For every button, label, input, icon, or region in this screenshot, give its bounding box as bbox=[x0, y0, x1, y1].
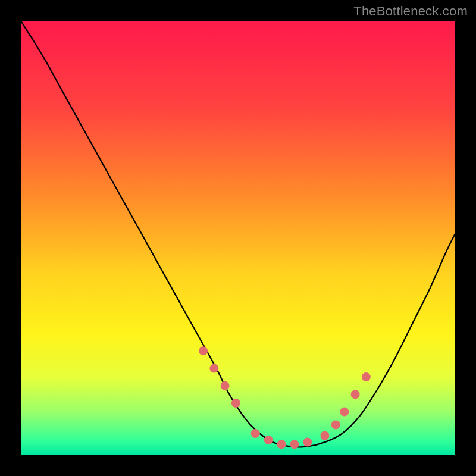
bottleneck-curve bbox=[21, 21, 455, 447]
highlight-dot bbox=[231, 399, 240, 408]
highlight-dot bbox=[331, 420, 340, 429]
highlight-dot bbox=[199, 346, 208, 355]
highlight-dot bbox=[209, 364, 218, 373]
plot-area bbox=[21, 21, 455, 455]
highlight-dot bbox=[340, 408, 349, 416]
highlight-dot bbox=[351, 390, 360, 399]
highlight-dot bbox=[251, 429, 260, 438]
highlight-dots bbox=[199, 346, 371, 449]
highlight-dot bbox=[303, 438, 312, 447]
highlight-dot bbox=[277, 440, 286, 449]
highlight-dot bbox=[221, 381, 230, 390]
highlight-dot bbox=[264, 436, 273, 444]
highlight-dot bbox=[321, 431, 330, 440]
curve-layer bbox=[21, 21, 455, 455]
highlight-dot bbox=[290, 440, 299, 449]
watermark-text: TheBottleneck.com bbox=[353, 4, 468, 19]
chart-stage: TheBottleneck.com bbox=[0, 0, 476, 476]
highlight-dot bbox=[362, 372, 371, 381]
